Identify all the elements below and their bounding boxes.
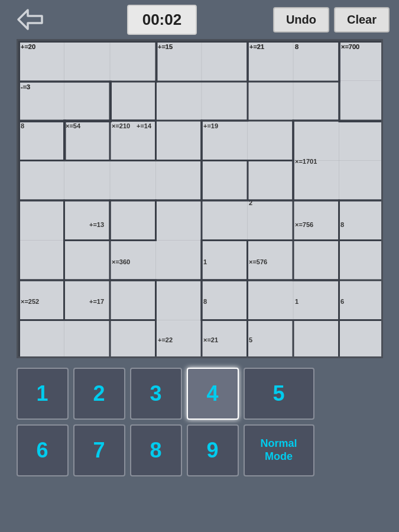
- num-btn-5[interactable]: 5: [244, 368, 314, 420]
- svg-text:+=15: +=15: [158, 43, 173, 50]
- svg-text:+=19: +=19: [203, 122, 218, 129]
- svg-rect-55: [339, 280, 381, 356]
- svg-text:+=21: +=21: [249, 43, 264, 50]
- top-right-buttons: Undo Clear: [273, 7, 390, 33]
- num-btn-3[interactable]: 3: [130, 368, 182, 420]
- num-btn-4[interactable]: 4: [187, 368, 239, 420]
- svg-text:×=1701: ×=1701: [295, 158, 317, 165]
- svg-rect-33: [293, 121, 381, 200]
- num-btn-1[interactable]: 1: [17, 368, 69, 420]
- svg-text:×=576: ×=576: [249, 258, 267, 265]
- svg-text:+=15: +=15: [158, 43, 173, 50]
- num-btn-9[interactable]: 9: [187, 424, 239, 476]
- svg-text:×=756: ×=756: [295, 221, 313, 228]
- cage-overlay: .gridline { stroke: #b0b3b8; stroke-widt…: [18, 41, 381, 356]
- svg-rect-41: [247, 241, 339, 281]
- svg-rect-24: [19, 82, 111, 122]
- svg-text:×=700: ×=700: [341, 43, 359, 50]
- svg-rect-45: [339, 200, 381, 241]
- svg-text:×=700: ×=700: [341, 43, 359, 50]
- svg-text:×=252: ×=252: [21, 298, 39, 305]
- svg-text:+=22: +=22: [158, 336, 173, 343]
- svg-rect-52: [202, 280, 248, 320]
- svg-text:+=20: +=20: [21, 43, 35, 50]
- svg-text:8: 8: [203, 298, 207, 305]
- svg-text:+=20: +=20: [21, 43, 35, 50]
- svg-rect-47: [339, 241, 381, 320]
- svg-rect-36: [202, 161, 293, 201]
- svg-text:+=21: +=21: [249, 43, 264, 50]
- back-button[interactable]: [9, 5, 51, 34]
- svg-text:+=14: +=14: [137, 122, 152, 129]
- svg-text:5: 5: [249, 336, 252, 343]
- num-btn-6[interactable]: 6: [17, 424, 69, 476]
- svg-text:1: 1: [295, 298, 299, 305]
- numpad-area: 1 2 3 4 6 7 8 9 5 NormalMode: [17, 368, 383, 476]
- svg-text:×=360: ×=360: [112, 258, 130, 265]
- svg-text:8: 8: [295, 43, 299, 50]
- num-btn-2[interactable]: 2: [73, 368, 125, 420]
- puzzle-grid[interactable]: .gridline { stroke: #b0b3b8; stroke-widt…: [17, 39, 383, 358]
- svg-text:8: 8: [21, 122, 24, 129]
- svg-text:×=210: ×=210: [112, 122, 130, 129]
- svg-rect-31: [19, 121, 65, 161]
- num-btn-7[interactable]: 7: [73, 424, 125, 476]
- svg-text:8: 8: [340, 221, 344, 228]
- undo-button[interactable]: Undo: [273, 7, 329, 33]
- svg-text:+=17: +=17: [89, 298, 104, 305]
- svg-rect-43: [293, 200, 339, 241]
- svg-text:+=13: +=13: [89, 221, 104, 228]
- svg-text:×=21: ×=21: [203, 336, 218, 343]
- num-btn-8[interactable]: 8: [130, 424, 182, 476]
- svg-rect-17: [156, 42, 248, 82]
- clear-button[interactable]: Clear: [334, 7, 390, 33]
- svg-text:1: 1: [203, 258, 207, 265]
- svg-rect-39: [202, 241, 248, 281]
- mode-button[interactable]: NormalMode: [244, 424, 314, 476]
- top-bar: 00:02 Undo Clear: [0, 0, 399, 39]
- svg-text:6: 6: [340, 298, 344, 305]
- svg-text:-=3: -=3: [21, 83, 30, 90]
- svg-text:-=3: -=3: [21, 83, 30, 90]
- svg-rect-19: [248, 42, 339, 82]
- svg-text:8: 8: [295, 43, 299, 50]
- svg-rect-15: [19, 42, 157, 82]
- numpad-grid: 1 2 3 4 6 7 8 9: [17, 368, 239, 476]
- svg-rect-22: [339, 42, 381, 122]
- svg-text:×=54: ×=54: [66, 122, 81, 129]
- svg-rect-57: [247, 320, 293, 357]
- svg-marker-0: [18, 10, 42, 29]
- svg-text:2: 2: [249, 199, 252, 206]
- timer-display: 00:02: [127, 5, 197, 35]
